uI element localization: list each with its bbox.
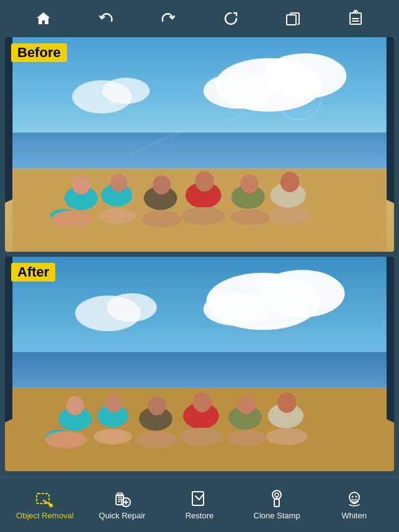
- svg-point-67: [49, 503, 53, 507]
- export-button[interactable]: [343, 6, 368, 31]
- svg-point-47: [66, 396, 84, 415]
- svg-point-50: [105, 394, 122, 412]
- svg-point-30: [98, 208, 137, 224]
- quick-repair-icon: [112, 489, 132, 508]
- after-panel: After: [5, 257, 394, 471]
- restore-icon: [189, 489, 209, 508]
- svg-point-10: [263, 53, 347, 99]
- whiten-label: Whiten: [341, 511, 366, 520]
- svg-point-78: [275, 493, 279, 497]
- clone-stamp-tool[interactable]: Clone Stamp: [246, 489, 308, 520]
- svg-rect-6: [12, 133, 387, 169]
- svg-point-83: [355, 496, 357, 498]
- svg-point-26: [240, 174, 258, 193]
- svg-point-33: [230, 210, 269, 225]
- toolbar-top: [0, 0, 399, 37]
- svg-point-42: [259, 270, 344, 317]
- svg-rect-38: [12, 352, 387, 388]
- svg-point-31: [141, 211, 182, 228]
- svg-point-24: [195, 171, 214, 192]
- svg-point-52: [148, 396, 166, 415]
- undo-button[interactable]: [94, 6, 119, 31]
- svg-point-59: [45, 432, 87, 448]
- svg-rect-0: [287, 15, 296, 25]
- clone-stamp-icon: [267, 489, 287, 508]
- svg-point-34: [269, 208, 310, 224]
- refresh-button[interactable]: [218, 6, 243, 31]
- svg-point-82: [351, 496, 353, 498]
- svg-point-45: [107, 293, 157, 322]
- before-label: Before: [11, 43, 67, 62]
- whiten-tool[interactable]: Whiten: [323, 489, 385, 520]
- restore-label: Restore: [186, 511, 214, 520]
- redo-button[interactable]: [156, 6, 181, 31]
- after-label: After: [11, 263, 55, 282]
- restore-tool[interactable]: Restore: [168, 489, 230, 520]
- svg-point-20: [110, 174, 127, 192]
- svg-text:dreamstime: dreamstime: [285, 95, 313, 101]
- svg-rect-79: [274, 499, 279, 507]
- duplicate-button[interactable]: [280, 6, 305, 31]
- svg-point-28: [280, 172, 300, 192]
- before-panel: Before: [5, 37, 394, 252]
- main-content: Before: [0, 37, 399, 476]
- svg-point-61: [137, 432, 177, 448]
- quick-repair-label: Quick Repair: [99, 511, 145, 520]
- svg-point-13: [102, 78, 150, 104]
- object-removal-label: Object Removal: [16, 511, 73, 520]
- svg-point-32: [182, 207, 225, 225]
- whiten-icon: [344, 489, 364, 508]
- svg-point-58: [277, 392, 297, 413]
- object-removal-tool[interactable]: Object Removal: [14, 489, 76, 520]
- toolbar-bottom: Object Removal Quick Repair Restore: [0, 476, 399, 532]
- svg-point-64: [266, 428, 308, 445]
- svg-point-29: [52, 211, 93, 228]
- svg-point-62: [179, 428, 222, 446]
- svg-point-60: [94, 429, 132, 445]
- svg-point-54: [192, 392, 212, 412]
- clone-stamp-label: Clone Stamp: [254, 511, 300, 520]
- svg-point-56: [238, 395, 256, 414]
- svg-point-43: [204, 293, 269, 326]
- svg-point-22: [153, 175, 171, 195]
- home-button[interactable]: [31, 6, 56, 31]
- svg-point-17: [72, 175, 90, 195]
- quick-repair-tool[interactable]: Quick Repair: [91, 489, 153, 520]
- svg-point-63: [226, 430, 266, 446]
- object-removal-icon: [35, 489, 55, 508]
